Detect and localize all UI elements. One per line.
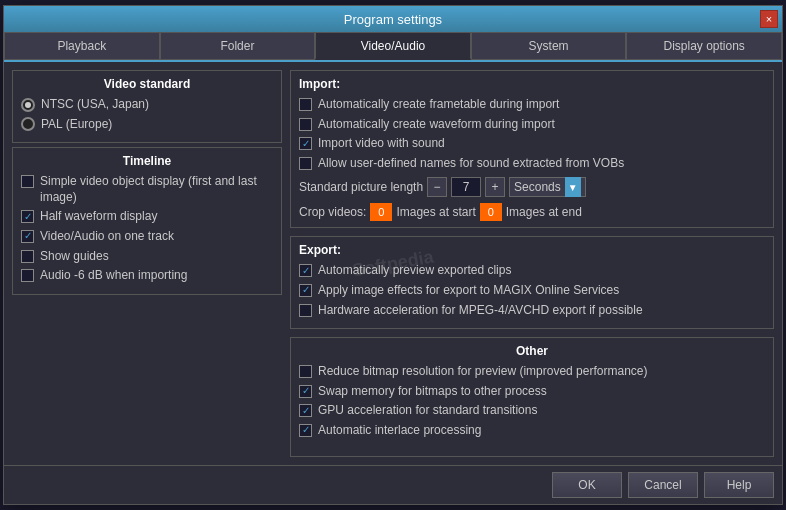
program-settings-window: Program settings × Playback Folder Video… (3, 5, 783, 505)
checkbox-video-audio-track-box (21, 230, 34, 243)
checkbox-user-defined-names[interactable]: Allow user-defined names for sound extra… (299, 156, 765, 172)
checkbox-apply-image-effects[interactable]: Apply image effects for export to MAGIX … (299, 283, 765, 299)
export-section: Export: Automatically preview exported c… (290, 236, 774, 329)
checkbox-auto-frametable-label: Automatically create frametable during i… (318, 97, 559, 113)
export-title: Export: (299, 243, 765, 257)
crop-start-value[interactable]: 0 (370, 203, 392, 221)
checkbox-auto-preview-box (299, 264, 312, 277)
checkbox-reduce-bitmap-box (299, 365, 312, 378)
checkbox-auto-interlace-box (299, 424, 312, 437)
picture-length-increment[interactable]: + (485, 177, 505, 197)
checkbox-gpu-accel-box (299, 404, 312, 417)
radio-pal-label: PAL (Europe) (41, 117, 112, 133)
checkbox-half-waveform[interactable]: Half waveform display (21, 209, 273, 225)
crop-end-value[interactable]: 0 (480, 203, 502, 221)
checkbox-swap-memory-box (299, 385, 312, 398)
checkbox-auto-interlace[interactable]: Automatic interlace processing (299, 423, 765, 439)
checkbox-show-guides[interactable]: Show guides (21, 249, 273, 265)
ok-button[interactable]: OK (552, 472, 622, 498)
picture-length-unit-dropdown[interactable]: Seconds ▼ (509, 177, 586, 197)
radio-pal-circle (21, 117, 35, 131)
checkbox-swap-memory-label: Swap memory for bitmaps to other process (318, 384, 547, 400)
checkbox-apply-image-effects-box (299, 284, 312, 297)
cancel-button[interactable]: Cancel (628, 472, 698, 498)
checkbox-simple-display-label: Simple video object display (first and l… (40, 174, 273, 205)
tab-system[interactable]: System (471, 32, 627, 60)
crop-row: Crop videos: 0 Images at start 0 Images … (299, 203, 765, 221)
bottom-bar: OK Cancel Help (4, 465, 782, 504)
radio-ntsc-circle (21, 98, 35, 112)
checkbox-half-waveform-label: Half waveform display (40, 209, 157, 225)
checkbox-video-audio-track-label: Video/Audio on one track (40, 229, 174, 245)
checkbox-audio-6db[interactable]: Audio -6 dB when importing (21, 268, 273, 284)
checkbox-reduce-bitmap-label: Reduce bitmap resolution for preview (im… (318, 364, 647, 380)
radio-pal[interactable]: PAL (Europe) (21, 117, 273, 133)
crop-label: Crop videos: (299, 205, 366, 219)
other-title: Other (299, 344, 765, 358)
crop-end-label: Images at end (506, 205, 582, 219)
picture-length-unit-label: Seconds (514, 180, 561, 194)
window-title: Program settings (344, 12, 442, 27)
import-section: Import: Automatically create frametable … (290, 70, 774, 228)
video-standard-title: Video standard (21, 77, 273, 91)
tab-playback[interactable]: Playback (4, 32, 160, 60)
checkbox-audio-6db-label: Audio -6 dB when importing (40, 268, 187, 284)
main-content: Softpedia Video standard NTSC (USA, Japa… (4, 62, 782, 465)
tab-bar: Playback Folder Video/Audio System Displ… (4, 32, 782, 62)
checkbox-simple-display-box (21, 175, 34, 188)
timeline-title: Timeline (21, 154, 273, 168)
checkbox-auto-interlace-label: Automatic interlace processing (318, 423, 481, 439)
checkbox-auto-waveform-label: Automatically create waveform during imp… (318, 117, 555, 133)
left-panel: Video standard NTSC (USA, Japan) PAL (Eu… (12, 70, 282, 457)
title-bar: Program settings × (4, 6, 782, 32)
checkbox-half-waveform-box (21, 210, 34, 223)
checkbox-auto-preview-label: Automatically preview exported clips (318, 263, 511, 279)
right-panel: Import: Automatically create frametable … (290, 70, 774, 457)
checkbox-show-guides-label: Show guides (40, 249, 109, 265)
picture-length-row: Standard picture length − 7 + Seconds ▼ (299, 177, 765, 197)
checkbox-apply-image-effects-label: Apply image effects for export to MAGIX … (318, 283, 619, 299)
tab-video-audio[interactable]: Video/Audio (315, 32, 471, 60)
checkbox-reduce-bitmap[interactable]: Reduce bitmap resolution for preview (im… (299, 364, 765, 380)
close-button[interactable]: × (760, 10, 778, 28)
checkbox-auto-waveform[interactable]: Automatically create waveform during imp… (299, 117, 765, 133)
tab-display-options[interactable]: Display options (626, 32, 782, 60)
content-area: Video standard NTSC (USA, Japan) PAL (Eu… (4, 62, 782, 465)
tab-folder[interactable]: Folder (160, 32, 316, 60)
other-section: Other Reduce bitmap resolution for previ… (290, 337, 774, 457)
checkbox-hardware-accel-box (299, 304, 312, 317)
checkbox-user-defined-names-label: Allow user-defined names for sound extra… (318, 156, 624, 172)
timeline-section: Timeline Simple video object display (fi… (12, 147, 282, 295)
checkbox-auto-frametable-box (299, 98, 312, 111)
checkbox-gpu-accel-label: GPU acceleration for standard transition… (318, 403, 537, 419)
picture-length-value[interactable]: 7 (451, 177, 481, 197)
checkbox-import-video-sound[interactable]: Import video with sound (299, 136, 765, 152)
dropdown-arrow-icon[interactable]: ▼ (565, 177, 581, 197)
radio-ntsc-label: NTSC (USA, Japan) (41, 97, 149, 113)
checkbox-simple-display[interactable]: Simple video object display (first and l… (21, 174, 273, 205)
import-title: Import: (299, 77, 765, 91)
checkbox-gpu-accel[interactable]: GPU acceleration for standard transition… (299, 403, 765, 419)
checkbox-auto-preview[interactable]: Automatically preview exported clips (299, 263, 765, 279)
checkbox-hardware-accel[interactable]: Hardware acceleration for MPEG-4/AVCHD e… (299, 303, 765, 319)
checkbox-auto-frametable[interactable]: Automatically create frametable during i… (299, 97, 765, 113)
checkbox-audio-6db-box (21, 269, 34, 282)
checkbox-import-video-sound-label: Import video with sound (318, 136, 445, 152)
help-button[interactable]: Help (704, 472, 774, 498)
checkbox-hardware-accel-label: Hardware acceleration for MPEG-4/AVCHD e… (318, 303, 643, 319)
checkbox-user-defined-names-box (299, 157, 312, 170)
checkbox-swap-memory[interactable]: Swap memory for bitmaps to other process (299, 384, 765, 400)
video-standard-section: Video standard NTSC (USA, Japan) PAL (Eu… (12, 70, 282, 143)
picture-length-decrement[interactable]: − (427, 177, 447, 197)
radio-ntsc[interactable]: NTSC (USA, Japan) (21, 97, 273, 113)
checkbox-auto-waveform-box (299, 118, 312, 131)
checkbox-show-guides-box (21, 250, 34, 263)
checkbox-import-video-sound-box (299, 137, 312, 150)
checkbox-video-audio-track[interactable]: Video/Audio on one track (21, 229, 273, 245)
picture-length-label: Standard picture length (299, 180, 423, 194)
crop-start-label: Images at start (396, 205, 475, 219)
